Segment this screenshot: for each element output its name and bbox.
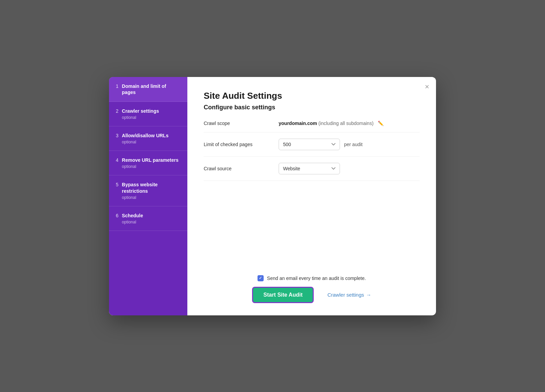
sidebar-sub-5: optional bbox=[122, 195, 181, 200]
crawl-scope-label: Crawl scope bbox=[204, 121, 272, 126]
crawl-source-row: Crawl source WebsiteSitemapWebsite & Sit… bbox=[204, 157, 420, 181]
crawl-source-label: Crawl source bbox=[204, 166, 272, 171]
sidebar-title-4: Remove URL parameters bbox=[122, 157, 178, 163]
action-row: Start Site Audit Crawler settings → bbox=[252, 287, 371, 303]
sidebar-number-1: 1 bbox=[116, 83, 119, 89]
sidebar-item-3[interactable]: 3 Allow/disallow URLs optional bbox=[109, 126, 187, 151]
sidebar-item-2[interactable]: 2 Crawler settings optional bbox=[109, 102, 187, 126]
crawl-scope-row: Crawl scope yourdomain.com (including al… bbox=[204, 121, 420, 132]
edit-domain-icon[interactable]: ✏️ bbox=[378, 121, 384, 126]
start-audit-button[interactable]: Start Site Audit bbox=[252, 287, 314, 303]
sidebar-title-3: Allow/disallow URLs bbox=[122, 132, 169, 139]
sidebar-item-5[interactable]: 5 Bypass website restrictions optional bbox=[109, 175, 187, 206]
bottom-section: Send an email every time an audit is com… bbox=[204, 265, 420, 303]
main-panel: × Site Audit Settings Configure basic se… bbox=[187, 77, 436, 315]
sidebar-content-2: Crawler settings optional bbox=[122, 108, 159, 120]
limit-value-group: 10050010005000100002000050000100000Unlim… bbox=[279, 139, 420, 150]
settings-form: Crawl scope yourdomain.com (including al… bbox=[204, 121, 420, 181]
crawl-scope-value: yourdomain.com (including all subdomains… bbox=[279, 121, 420, 126]
sidebar-content-3: Allow/disallow URLs optional bbox=[122, 132, 169, 144]
sidebar-title-2: Crawler settings bbox=[122, 108, 159, 114]
email-row: Send an email every time an audit is com… bbox=[258, 275, 366, 281]
sidebar-item-6[interactable]: 6 Schedule optional bbox=[109, 206, 187, 231]
sidebar-title-5: Bypass website restrictions bbox=[122, 182, 181, 194]
sidebar-item-1[interactable]: 1 Domain and limit of pages bbox=[109, 77, 187, 102]
crawl-source-value-group: WebsiteSitemapWebsite & Sitemap bbox=[279, 163, 420, 174]
limit-label: Limit of checked pages bbox=[204, 142, 272, 147]
sidebar: 1 Domain and limit of pages 2 Crawler se… bbox=[109, 77, 187, 315]
sidebar-content-1: Domain and limit of pages bbox=[122, 83, 181, 95]
sidebar-number-3: 3 bbox=[116, 133, 119, 138]
per-audit-text: per audit bbox=[344, 142, 362, 147]
limit-row: Limit of checked pages 10050010005000100… bbox=[204, 132, 420, 157]
sidebar-content-5: Bypass website restrictions optional bbox=[122, 182, 181, 200]
email-checkbox[interactable] bbox=[258, 275, 264, 281]
crawler-settings-link[interactable]: Crawler settings → bbox=[327, 292, 371, 298]
sidebar-sub-2: optional bbox=[122, 115, 159, 120]
email-label: Send an email every time an audit is com… bbox=[267, 276, 366, 281]
arrow-icon: → bbox=[366, 292, 371, 298]
sidebar-title-6: Schedule bbox=[122, 213, 143, 219]
close-button[interactable]: × bbox=[425, 83, 429, 91]
sidebar-number-6: 6 bbox=[116, 213, 119, 218]
sidebar-number-2: 2 bbox=[116, 108, 119, 114]
crawl-scope-suffix: (including all subdomains) bbox=[318, 121, 374, 126]
sidebar-content-4: Remove URL parameters optional bbox=[122, 157, 178, 169]
sidebar-sub-6: optional bbox=[122, 220, 143, 224]
limit-select[interactable]: 10050010005000100002000050000100000Unlim… bbox=[279, 139, 340, 150]
sidebar-content-6: Schedule optional bbox=[122, 213, 143, 224]
sidebar-sub-3: optional bbox=[122, 140, 169, 144]
sidebar-sub-4: optional bbox=[122, 164, 178, 169]
sidebar-title-1: Domain and limit of pages bbox=[122, 83, 181, 95]
crawl-scope-domain: yourdomain.com (including all subdomains… bbox=[279, 121, 374, 126]
modal-dialog: 1 Domain and limit of pages 2 Crawler se… bbox=[109, 77, 436, 315]
modal-overlay: 1 Domain and limit of pages 2 Crawler se… bbox=[0, 0, 545, 392]
section-title: Configure basic settings bbox=[204, 104, 420, 111]
sidebar-number-4: 4 bbox=[116, 157, 119, 163]
modal-title: Site Audit Settings bbox=[204, 91, 420, 101]
crawl-source-select[interactable]: WebsiteSitemapWebsite & Sitemap bbox=[279, 163, 340, 174]
crawler-link-text: Crawler settings bbox=[327, 292, 364, 298]
sidebar-item-4[interactable]: 4 Remove URL parameters optional bbox=[109, 151, 187, 175]
sidebar-number-5: 5 bbox=[116, 182, 119, 187]
